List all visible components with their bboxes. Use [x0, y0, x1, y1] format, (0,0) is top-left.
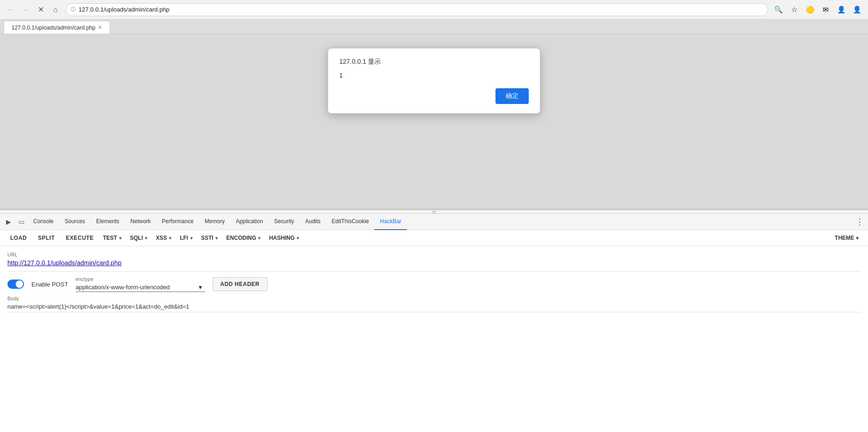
- tab-network[interactable]: Network: [125, 213, 156, 230]
- address-bar[interactable]: ⓘ 127.0.0.1/uploads/admin/card.php: [66, 3, 768, 16]
- devtools-more-button[interactable]: ⋮: [853, 215, 866, 228]
- hackbar-toolbar: LOAD SPLIT EXECUTE TEST ▼ SQLI ▼ XSS ▼ L…: [0, 230, 868, 246]
- toolbar-icons: 🔍 ☆ 🟡 ✉ 👤 👤: [772, 3, 863, 16]
- hackbar-content: URL http://127.0.0.1/uploads/admin/card.…: [0, 246, 868, 432]
- body-label: Body: [7, 296, 861, 301]
- hackbar-ssti-dropdown[interactable]: SSTI ▼: [198, 233, 222, 243]
- hackbar-theme-dropdown[interactable]: THEME ▼: [832, 233, 862, 243]
- tab-sources[interactable]: Sources: [59, 213, 91, 230]
- bookmark-icon[interactable]: ☆: [788, 3, 801, 16]
- browser-chrome: ← → ✕ ⌂ ⓘ 127.0.0.1/uploads/admin/card.p…: [0, 0, 868, 19]
- devtools-tabs-bar: ▶ ▭ Console Sources Elements Network Per…: [0, 213, 868, 230]
- devtools-inspect-icon[interactable]: ▶: [2, 215, 15, 228]
- tab-security[interactable]: Security: [269, 213, 300, 230]
- alert-ok-button[interactable]: 确定: [495, 88, 529, 104]
- hackbar-xss-dropdown[interactable]: XSS ▼: [153, 233, 175, 243]
- alert-message: 1: [339, 72, 529, 79]
- extension-icon1[interactable]: 🟡: [803, 3, 816, 16]
- devtools-device-icon[interactable]: ▭: [15, 215, 28, 228]
- hackbar-hashing-dropdown[interactable]: HASHING ▼: [266, 233, 303, 243]
- extension-icon2[interactable]: ✉: [819, 3, 832, 16]
- address-text: 127.0.0.1/uploads/admin/card.php: [79, 6, 170, 13]
- info-icon: ⓘ: [71, 6, 76, 13]
- body-value[interactable]: name=<script>alert(1)</script>&value=1&p…: [7, 303, 861, 312]
- tab-audits[interactable]: Audits: [300, 213, 326, 230]
- hackbar-lfi-arrow: ▼: [189, 236, 194, 241]
- enctype-select[interactable]: application/x-www-form-urlencoded multip…: [76, 283, 205, 292]
- tab-memory[interactable]: Memory: [199, 213, 230, 230]
- tab-console[interactable]: Console: [28, 213, 59, 230]
- tab-editthiscookie[interactable]: EditThisCookie: [326, 213, 375, 230]
- devtools-panel: ▶ ▭ Console Sources Elements Network Per…: [0, 213, 868, 432]
- hackbar-test-dropdown[interactable]: TEST ▼: [100, 233, 126, 243]
- alert-footer: 确定: [339, 88, 529, 104]
- hackbar-url-label: URL: [7, 252, 861, 257]
- hackbar-xss-arrow: ▼: [168, 236, 172, 241]
- hackbar-test-arrow: ▼: [118, 236, 122, 241]
- alert-overlay: 127.0.0.1 显示 1 确定: [0, 34, 868, 208]
- hackbar-hashing-arrow: ▼: [296, 236, 300, 241]
- hackbar-split-button[interactable]: SPLIT: [33, 233, 60, 243]
- alert-title: 127.0.0.1 显示: [339, 58, 529, 66]
- hackbar-execute-button[interactable]: EXECUTE: [61, 233, 98, 243]
- tab-close-button[interactable]: ✕: [98, 24, 102, 30]
- nav-buttons: ← → ✕ ⌂: [5, 3, 62, 16]
- enctype-select-wrapper: application/x-www-form-urlencoded multip…: [76, 283, 205, 292]
- enctype-section: enctype application/x-www-form-urlencode…: [76, 276, 205, 292]
- hackbar-ssti-arrow: ▼: [214, 236, 219, 241]
- hackbar-url-plain: http://127.0.0.1/uploads/admin/: [7, 259, 96, 267]
- hackbar-encoding-dropdown[interactable]: ENCODING ▼: [224, 233, 265, 243]
- browser-tabs-bar: 127.0.0.1/uploads/admin/card.php ✕: [0, 19, 868, 34]
- hackbar-url-section: URL http://127.0.0.1/uploads/admin/card.…: [7, 252, 861, 267]
- hackbar-sqli-arrow: ▼: [144, 236, 148, 241]
- hackbar-sqli-dropdown[interactable]: SQLI ▼: [127, 233, 151, 243]
- hackbar-divider-1: [7, 271, 861, 272]
- tab-performance[interactable]: Performance: [156, 213, 199, 230]
- hackbar-encoding-arrow: ▼: [257, 236, 262, 241]
- browser-tab-active[interactable]: 127.0.0.1/uploads/admin/card.php ✕: [4, 21, 110, 34]
- back-button[interactable]: ←: [5, 3, 18, 16]
- hackbar-post-row: Enable POST enctype application/x-www-fo…: [7, 276, 861, 292]
- hackbar-url-underline: card.php: [96, 259, 121, 267]
- enctype-label: enctype: [76, 276, 205, 282]
- page-content: 127.0.0.1 显示 1 确定: [0, 34, 868, 210]
- tab-elements[interactable]: Elements: [91, 213, 125, 230]
- zoom-icon[interactable]: 🔍: [772, 3, 785, 16]
- hackbar-url-value[interactable]: http://127.0.0.1/uploads/admin/card.php: [7, 259, 861, 267]
- tab-application[interactable]: Application: [230, 213, 269, 230]
- home-button[interactable]: ⌂: [49, 3, 62, 16]
- enable-post-label: Enable POST: [31, 281, 68, 288]
- add-header-button[interactable]: ADD HEADER: [213, 277, 268, 291]
- hackbar-lfi-dropdown[interactable]: LFI ▼: [177, 233, 196, 243]
- tab-title: 127.0.0.1/uploads/admin/card.php: [12, 24, 95, 31]
- hackbar-body-section: Body name=<script>alert(1)</script>&valu…: [7, 296, 861, 312]
- tab-hackbar[interactable]: HackBar: [374, 213, 407, 230]
- forward-button[interactable]: →: [19, 3, 32, 16]
- reload-button[interactable]: ✕: [34, 3, 47, 16]
- enable-post-toggle[interactable]: [7, 280, 24, 289]
- extension-icon3[interactable]: 👤: [835, 3, 848, 16]
- hackbar-theme-arrow: ▼: [855, 236, 860, 241]
- profile-icon[interactable]: 👤: [850, 3, 863, 16]
- alert-dialog: 127.0.0.1 显示 1 确定: [328, 48, 540, 114]
- hackbar-load-button[interactable]: LOAD: [6, 233, 31, 243]
